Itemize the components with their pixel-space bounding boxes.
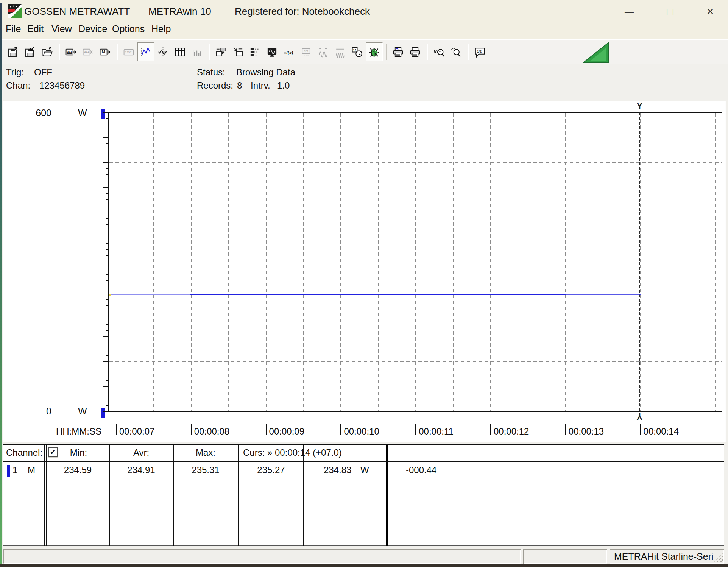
table-header-max: Max: (173, 447, 238, 458)
y-axis-tick (106, 299, 109, 300)
zoom-out-button[interactable] (447, 42, 465, 61)
y-axis-tick (106, 255, 109, 256)
x-axis-label: HH:MM:SS (56, 426, 101, 437)
save-floppy-import-icon (24, 46, 36, 58)
view-chart-button-active[interactable] (137, 42, 154, 61)
y-axis-tick (106, 143, 109, 144)
v-gridline (378, 113, 379, 411)
resize-grip[interactable] (714, 553, 723, 562)
channel-table-panel (3, 444, 724, 546)
y-axis-tick (103, 237, 109, 237)
y-axis-tick (106, 280, 109, 281)
print-button[interactable] (407, 42, 424, 61)
statusbar-segment-left (3, 549, 521, 564)
save-data-as-button[interactable] (22, 42, 39, 61)
svg-text:321: 321 (67, 50, 72, 53)
table-divider (173, 445, 174, 546)
cursor-handle-top-icon[interactable]: Y (636, 101, 643, 112)
y-max-label: 600 (23, 107, 51, 118)
menu-item-edit[interactable]: Edit (27, 23, 44, 34)
formula-fx-button[interactable]: =f(x) (281, 42, 298, 61)
v-gridline (565, 113, 566, 411)
magnifier-zoom-in-icon (433, 46, 445, 58)
y-axis-tick (106, 131, 109, 131)
cursor-delta-value: -000.44 (406, 465, 436, 475)
v-gridline (266, 113, 267, 411)
time-clock-button[interactable]: 12 (349, 42, 366, 61)
app-title: METRAwin 10 (148, 6, 211, 17)
live-monitor-button[interactable] (263, 42, 281, 61)
channel1-range-marker-top-icon (101, 109, 105, 119)
statusbar-segment-middle (523, 549, 607, 564)
chart-panel[interactable] (3, 101, 726, 442)
menu-item-options[interactable]: Options (112, 23, 145, 34)
configure-panel-button[interactable] (229, 42, 246, 61)
y-axis-tick (106, 125, 109, 125)
svg-text:=f(x): =f(x) (284, 50, 293, 55)
maximize-button[interactable]: □ (659, 5, 681, 19)
measurement-cursor-line[interactable] (639, 112, 640, 411)
x-axis-tick (565, 424, 566, 435)
y-axis-tick (106, 349, 109, 349)
svg-text:1/2: 1/2 (477, 49, 482, 53)
lcd-1257-disabled-icon: 1257 (123, 46, 135, 58)
toolbar-separator (59, 44, 59, 60)
cursor-handle-bottom-icon[interactable]: Y (636, 411, 643, 422)
v-gridline (415, 113, 416, 411)
channel-max-value: 235.31 (173, 465, 238, 475)
save-data-button[interactable] (5, 42, 22, 61)
records-value: 8 (237, 80, 242, 91)
window-bottom-edge (0, 564, 728, 567)
channel-list-button[interactable] (246, 42, 263, 61)
svg-text:M: M (101, 49, 105, 54)
y-axis-tick (103, 187, 109, 188)
status-label: Status: (197, 67, 225, 78)
table-header-underline (3, 461, 724, 462)
y-axis-tick (106, 405, 109, 406)
print-preview-button[interactable] (390, 42, 407, 61)
record-live-button-active[interactable] (366, 42, 383, 61)
menu-item-help[interactable]: Help (151, 23, 171, 34)
toolbar-separator (209, 44, 209, 60)
x-axis-tick-label: 00:00:14 (644, 426, 679, 437)
menu-bar: FileEditViewDeviceOptionsHelp (0, 22, 728, 39)
save-floppy-export-icon (7, 46, 19, 58)
title-bar: GOSSEN METRAWATT METRAwin 10 Registered … (0, 0, 728, 22)
channel1-range-marker-bottom-icon (101, 408, 105, 418)
menu-item-file[interactable]: File (6, 23, 21, 34)
y-axis-tick (103, 137, 109, 138)
x-axis-tick-label: 00:00:12 (494, 426, 529, 437)
table-divider (303, 445, 304, 546)
read-device-memory-button[interactable]: 321 (62, 42, 80, 61)
menu-item-view[interactable]: View (51, 23, 72, 34)
y-axis-tick (103, 262, 109, 262)
green-corner-triangle-icon (583, 42, 609, 63)
view-scope-button[interactable] (154, 42, 171, 61)
sine-pair-disabled-icon (317, 46, 329, 58)
y-axis-tick (103, 162, 109, 163)
zoom-in-button[interactable] (430, 42, 447, 61)
y-axis-tick (106, 393, 109, 393)
y-axis-tick (106, 268, 109, 268)
y-axis-tick (106, 343, 109, 343)
table-divider (109, 445, 110, 546)
export-panel-button[interactable] (212, 42, 229, 61)
monitor-waveform-icon (266, 46, 278, 58)
annotation-bubble-button[interactable]: 1/2 (471, 42, 488, 61)
interval-value: 1.0 (277, 80, 290, 91)
read-multimeter-button[interactable]: M (97, 42, 114, 61)
menu-item-device[interactable]: Device (78, 23, 107, 34)
minimize-button[interactable]: — (619, 5, 640, 19)
y-axis-tick (106, 324, 109, 325)
open-file-button[interactable] (39, 42, 56, 61)
status-value: Browsing Data (236, 67, 295, 78)
x-axis-tick (116, 424, 117, 435)
panel-export-icon (215, 46, 227, 58)
y-axis-tick (106, 193, 109, 194)
x-axis-tick (266, 424, 267, 435)
x-axis-tick (340, 424, 341, 435)
view-table-button[interactable] (171, 42, 189, 61)
close-button[interactable]: ✕ (700, 5, 721, 19)
x-axis-tick-label: 00:00:10 (344, 426, 379, 437)
plot-top-border (108, 112, 722, 113)
